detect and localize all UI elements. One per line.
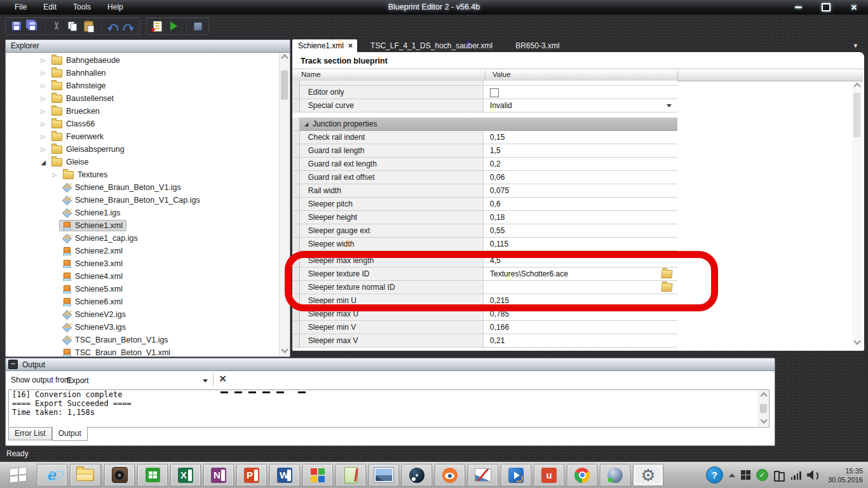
prop-editor-only-checkbox[interactable] — [490, 88, 499, 97]
tree-item-body[interactable]: Class66 — [48, 118, 98, 130]
save-all-button[interactable] — [25, 20, 39, 32]
tree-item-schiene4-xml[interactable]: Schiene4.xml — [6, 270, 280, 283]
tree-item-body[interactable]: Schiene4.xml — [59, 271, 126, 282]
tree-item-tsc-braun-beton-v1-igs[interactable]: TSC_Braun_Beton_V1.igs — [6, 334, 280, 346]
tree-item-body[interactable]: Gleise — [48, 156, 92, 168]
minimize-button[interactable] — [789, 1, 807, 13]
scroll-up-icon[interactable] — [760, 392, 767, 399]
taskbar-image-editor[interactable] — [468, 464, 498, 486]
tree-item-baustellenset[interactable]: ▷Baustellenset — [6, 92, 280, 105]
scrollbar-thumb[interactable] — [760, 404, 767, 413]
tree-item-bahngebaeude[interactable]: ▷Bahngebaeude — [6, 54, 280, 67]
chevron-collapsed-icon[interactable]: ▷ — [39, 108, 48, 114]
taskbar-teamspeak[interactable] — [600, 464, 630, 486]
taskbar-word[interactable]: W — [269, 464, 300, 486]
tree-item-body[interactable]: Schiene1_cap.igs — [59, 233, 142, 244]
tree-item-tsc-braun-beton-v1-xml[interactable]: TSC_Braun_Beton_V1.xml — [6, 346, 280, 356]
tray-clock[interactable]: 15:35 30.05.2016 — [828, 466, 863, 484]
prop-row-sleeper-gauge-ext[interactable]: Sleeper gauge ext0,55 — [292, 224, 677, 238]
device-battery-icon[interactable] — [774, 470, 785, 480]
prop-sleeper-min-v-value[interactable]: 0,166 — [483, 321, 677, 334]
scroll-up-icon[interactable] — [853, 83, 860, 90]
chevron-collapsed-icon[interactable]: ▷ — [39, 146, 48, 152]
tree-item-body[interactable]: Schiene_Braun_Beton_V1_Cap.igs — [59, 194, 204, 206]
tree-item-feuerwerk[interactable]: ▷Feuerwerk — [6, 130, 280, 143]
tree-item-body[interactable]: Schiene2.xml — [59, 245, 126, 257]
tree-item-bahnsteige[interactable]: ▷Bahnsteige — [6, 79, 280, 92]
tree-item-schiene2-xml[interactable]: Schiene2.xml — [6, 245, 280, 257]
taskbar-excel[interactable]: X — [170, 464, 201, 486]
run-button[interactable] — [166, 20, 180, 32]
tree-item-class66[interactable]: ▷Class66 — [6, 118, 280, 130]
clear-output-button[interactable]: × — [219, 372, 226, 386]
tree-item-body[interactable]: Feuerwerk — [48, 131, 107, 142]
prop-sleeper-width-value[interactable]: 0,115 — [483, 238, 677, 251]
chevron-down-icon[interactable] — [667, 104, 672, 107]
tree-item-body[interactable]: Schiene5.xml — [59, 283, 126, 295]
tree-item-schienev3-igs[interactable]: SchieneV3.igs — [6, 321, 280, 334]
prop-row-sleeper-width[interactable]: Sleeper width0,115 — [292, 238, 677, 251]
prop-row-editor-only[interactable]: Editor only — [292, 86, 677, 99]
chevron-collapsed-icon[interactable]: ▷ — [39, 121, 48, 127]
prop-sleeper-pitch-value[interactable]: 0,6 — [483, 198, 677, 211]
output-console[interactable]: [16] Conversion complete==== Export Succ… — [8, 390, 770, 428]
prop-row-sleeper-pitch[interactable]: Sleeper pitch0,6 — [292, 198, 677, 211]
tab-br650-3-xml[interactable]: BR650-3.xml — [506, 39, 569, 52]
tree-item-bruecken[interactable]: ▷Bruecken — [6, 105, 280, 118]
prop-sleeper-gauge-ext-value[interactable]: 0,55 — [483, 224, 677, 238]
chevron-collapsed-icon[interactable]: ▷ — [39, 133, 48, 140]
prop-guard-rail-ext-length-value[interactable]: 0,2 — [483, 158, 677, 171]
tab-tsc-lf-4-1-ds-hoch-sauber-xml[interactable]: TSC_LF_4_1_DS_hoch_sauber.xml — [361, 39, 502, 52]
scroll-up-icon[interactable] — [281, 54, 288, 61]
taskbar-audio-app[interactable] — [104, 464, 135, 486]
taskbar-color-squares-app[interactable] — [302, 464, 333, 486]
tree-item-bahnhallen[interactable]: ▷Bahnhallen — [6, 67, 280, 79]
close-button[interactable]: × — [845, 1, 863, 13]
taskbar-internet-explorer[interactable]: e — [37, 464, 67, 486]
tree-item-body[interactable]: Schiene_Braun_Beton_V1.igs — [59, 182, 185, 193]
tree-item-schiene-braun-beton-v1-igs[interactable]: Schiene_Braun_Beton_V1.igs — [6, 181, 280, 194]
tree-item-body[interactable]: Gleisabsperrung — [48, 144, 128, 155]
redo-button[interactable] — [121, 20, 135, 32]
taskbar-media-player[interactable] — [501, 464, 531, 486]
prop-row-guard-rail-ext-length[interactable]: Guard rail ext length0,2 — [292, 158, 677, 171]
column-value[interactable]: Value — [492, 71, 511, 78]
prop-guard-rail-length-value[interactable]: 1,5 — [483, 144, 677, 158]
show-hidden-icons-chevron[interactable] — [729, 473, 735, 477]
tree-item-body[interactable]: Bahnhallen — [48, 67, 110, 79]
cut-button[interactable] — [50, 20, 64, 32]
explorer-scrollbar[interactable] — [279, 53, 289, 356]
tree-item-gleise[interactable]: ◢Gleise — [6, 156, 280, 168]
tree-item-body[interactable]: Bahngebaeude — [48, 55, 124, 66]
column-divider[interactable] — [485, 71, 485, 79]
tree-item-body[interactable]: Textures — [59, 169, 111, 180]
save-button[interactable] — [10, 20, 24, 32]
chevron-collapsed-icon[interactable]: ▷ — [50, 172, 59, 178]
scroll-down-icon[interactable] — [853, 337, 860, 344]
prop-sleeper-height-value[interactable]: 0,18 — [483, 211, 677, 224]
grid-scrollbar[interactable] — [852, 81, 862, 348]
chevron-expanded-icon[interactable]: ◢ — [304, 121, 308, 127]
prop-row-sleeper-height[interactable]: Sleeper height0,18 — [292, 211, 677, 224]
tree-item-schienev2-igs[interactable]: SchieneV2.igs — [6, 308, 280, 321]
chevron-down-icon[interactable] — [203, 379, 208, 383]
tree-item-body[interactable]: TSC_Braun_Beton_V1.igs — [59, 334, 172, 346]
tree-item-schiene-braun-beton-v1-cap-igs[interactable]: Schiene_Braun_Beton_V1_Cap.igs — [6, 194, 280, 207]
taskbar-chrome[interactable] — [567, 464, 597, 486]
export-button[interactable] — [151, 20, 165, 32]
prop-special-curve-value[interactable]: Invalid — [483, 99, 677, 112]
tab-close-icon[interactable]: × — [348, 41, 353, 50]
undo-button[interactable] — [105, 20, 119, 32]
chevron-collapsed-icon[interactable]: ▷ — [39, 70, 48, 76]
tree-item-textures[interactable]: ▷Textures — [6, 168, 280, 181]
prop-guard-rail-ext-offset-value[interactable]: 0,06 — [483, 171, 677, 184]
collapse-output-button[interactable]: – — [8, 360, 18, 369]
network-signal-icon[interactable] — [791, 471, 801, 480]
volume-icon[interactable] — [807, 470, 819, 480]
output-tab-output[interactable]: Output — [52, 426, 88, 441]
scrollbar-thumb[interactable] — [281, 71, 288, 100]
prop-rail-width-value[interactable]: 0,075 — [483, 184, 677, 198]
output-tab-error-list[interactable]: Error List — [8, 427, 52, 440]
security-shield-icon[interactable]: ✓ — [756, 469, 768, 481]
section-row-junction-properties[interactable]: ◢Junction properties — [292, 118, 677, 131]
